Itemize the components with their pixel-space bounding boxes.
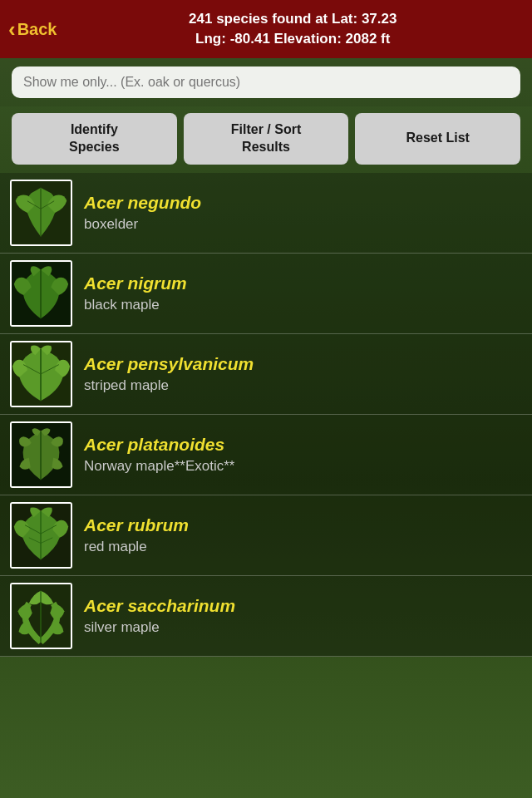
species-common-name: black maple bbox=[84, 297, 522, 313]
species-thumbnail bbox=[10, 421, 72, 488]
list-item[interactable]: Acer negundo boxelder bbox=[0, 173, 532, 254]
species-thumbnail bbox=[10, 260, 72, 327]
species-common-name: boxelder bbox=[84, 216, 522, 233]
species-thumbnail bbox=[10, 583, 72, 649]
species-info: Acer saccharinum silver maple bbox=[84, 595, 522, 636]
back-chevron-icon: ‹ bbox=[8, 18, 16, 40]
back-button[interactable]: ‹ Back bbox=[8, 18, 57, 40]
header-title: 241 species found at Lat: 37.23 Lng: -80… bbox=[66, 9, 519, 49]
species-thumbnail bbox=[10, 502, 72, 569]
species-thumbnail bbox=[10, 180, 72, 246]
list-item[interactable]: Acer saccharinum silver maple bbox=[0, 576, 532, 657]
filter-sort-button[interactable]: Filter / SortResults bbox=[184, 113, 349, 165]
species-info: Acer nigrum black maple bbox=[84, 273, 522, 313]
species-info: Acer platanoides Norway maple**Exotic** bbox=[84, 434, 522, 475]
species-info: Acer pensylvanicum striped maple bbox=[84, 353, 522, 394]
species-scientific-name: Acer platanoides bbox=[84, 434, 522, 455]
list-item[interactable]: Acer rubrum red maple bbox=[0, 495, 532, 576]
list-item[interactable]: Acer nigrum black maple bbox=[0, 254, 532, 334]
reset-list-button[interactable]: Reset List bbox=[355, 113, 520, 165]
species-list: Acer negundo boxelder Acer nigrum black … bbox=[0, 173, 532, 657]
header: ‹ Back 241 species found at Lat: 37.23 L… bbox=[0, 0, 532, 58]
species-scientific-name: Acer negundo bbox=[84, 192, 522, 213]
species-scientific-name: Acer nigrum bbox=[84, 273, 522, 293]
back-label: Back bbox=[17, 20, 57, 39]
species-scientific-name: Acer saccharinum bbox=[84, 595, 522, 616]
species-common-name: Norway maple**Exotic** bbox=[84, 458, 522, 475]
species-thumbnail bbox=[10, 341, 72, 407]
species-info: Acer rubrum red maple bbox=[84, 515, 522, 555]
header-title-line1: 241 species found at Lat: 37.23 bbox=[189, 11, 397, 27]
identify-species-button[interactable]: IdentifySpecies bbox=[12, 113, 177, 165]
search-container bbox=[0, 58, 532, 106]
search-input[interactable] bbox=[12, 66, 520, 98]
species-common-name: red maple bbox=[84, 539, 522, 555]
header-title-line2: Lng: -80.41 Elevation: 2082 ft bbox=[195, 31, 390, 47]
list-item[interactable]: Acer platanoides Norway maple**Exotic** bbox=[0, 415, 532, 495]
list-item[interactable]: Acer pensylvanicum striped maple bbox=[0, 334, 532, 415]
species-common-name: silver maple bbox=[84, 619, 522, 636]
buttons-row: IdentifySpecies Filter / SortResults Res… bbox=[0, 106, 532, 173]
species-info: Acer negundo boxelder bbox=[84, 192, 522, 233]
species-common-name: striped maple bbox=[84, 377, 522, 394]
species-scientific-name: Acer pensylvanicum bbox=[84, 353, 522, 374]
species-scientific-name: Acer rubrum bbox=[84, 515, 522, 535]
